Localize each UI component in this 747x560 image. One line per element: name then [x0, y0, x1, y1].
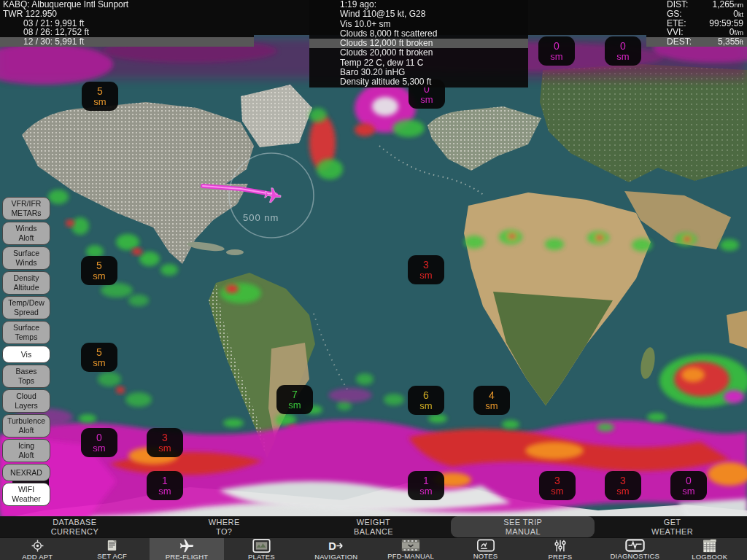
sidebar-item-label: Aloft [3, 426, 50, 435]
vis-badge[interactable]: 0sm [81, 428, 117, 457]
sidebar-item-label: Tops [3, 376, 50, 386]
sidebar-item-label: Aloft [3, 451, 50, 460]
tool-set-acf[interactable]: SET ACF [74, 538, 149, 560]
app-root: 500 nm 5sm0sm0sm0sm5sm3sm5sm7sm6sm4sm0sm… [0, 0, 747, 560]
sidebar-item-label: Layers [3, 401, 50, 411]
vis-badge[interactable]: 7sm [276, 385, 313, 414]
vis-badge-unit: sm [551, 486, 563, 496]
nav-value-unit: f/m [735, 29, 744, 36]
tool-notes[interactable]: NOTES [448, 538, 522, 560]
action-where-to[interactable]: WHERETO? [152, 516, 296, 537]
nav-row: DIST:1,265nm [646, 0, 747, 9]
vis-badge[interactable]: 3sm [147, 428, 183, 457]
tool-pre-flight[interactable]: PRE-FLIGHT [150, 538, 224, 560]
vis-badge[interactable]: 6sm [408, 386, 444, 415]
tool-prefs[interactable]: PREFS [523, 538, 597, 560]
vis-badge-value: 5 [96, 347, 102, 357]
action-see-trip-manual[interactable]: SEE TRIPMANUAL [451, 516, 595, 537]
vis-badge[interactable]: 0sm [605, 36, 641, 66]
vis-badge[interactable]: 0sm [670, 471, 707, 500]
sliders-icon [554, 539, 567, 553]
sidebar-item-nexrad[interactable]: NEXRAD [2, 464, 50, 481]
action-label: WEATHER [651, 527, 693, 536]
nav-value-unit: nm [734, 1, 743, 9]
sidebar-item-vis[interactable]: Vis [2, 346, 50, 363]
vis-badge-unit: sm [682, 486, 694, 496]
nav-label: DIST: [667, 0, 688, 9]
action-weight-balance[interactable]: WEIGHTBALANCE [302, 516, 446, 537]
airplane-icon [179, 539, 195, 553]
sidebar-item-wifi-weather[interactable]: WIFIWeather [2, 483, 50, 506]
handbook-icon [106, 539, 118, 552]
tool-navigation[interactable]: DNAVIGATION [299, 538, 374, 560]
vis-badge-unit: sm [419, 486, 432, 496]
vis-badge[interactable]: 4sm [473, 386, 510, 415]
tool-logbook[interactable]: LOGBOOK [673, 538, 747, 560]
action-bar: DATABASECURRENCYWHERETO?WEIGHTBALANCESEE… [0, 516, 747, 537]
vis-badge-unit: sm [419, 271, 432, 280]
vis-badge[interactable]: 3sm [605, 471, 641, 500]
sidebar-item-cloud-layers[interactable]: CloudLayers [2, 389, 50, 413]
nav-value-number: 5,355 [718, 36, 740, 47]
vis-badge-value: 0 [686, 475, 692, 486]
tool-label: ADD APT [22, 553, 53, 560]
action-label: WEIGHT [357, 518, 390, 526]
nav-data-panel: DIST:1,265nmGS:0ktETE:99:59:59VVI:0f/mDE… [646, 0, 747, 47]
metar-row: 1:19 ago: [309, 0, 528, 9]
nav-row: DEST:5,355ft [646, 37, 747, 47]
tool-label: NAVIGATION [314, 553, 357, 560]
action-get-weather[interactable]: GETWEATHER [600, 516, 744, 537]
sidebar-item-label: Bases [3, 367, 50, 376]
nav-value-unit: ft [740, 39, 743, 46]
vis-badge[interactable]: 1sm [147, 471, 183, 500]
sidebar-item-vfr-ifr-metars[interactable]: VFR/IFRMETARs [2, 197, 50, 220]
vis-badge[interactable]: 1sm [408, 471, 444, 500]
sidebar-item-icing-aloft[interactable]: IcingAloft [2, 439, 50, 462]
tool-pfd-manual[interactable]: PFD-MANUAL [374, 538, 448, 560]
sidebar-item-density-altitude[interactable]: DensityAltitude [2, 271, 50, 295]
sidebar-item-surface-winds[interactable]: SurfaceWinds [2, 246, 50, 270]
vis-badge[interactable]: 5sm [82, 82, 118, 111]
sidebar-item-label: Weather [3, 494, 50, 504]
sidebar-item-surface-temps[interactable]: SurfaceTemps [2, 321, 50, 344]
vis-badge[interactable]: 3sm [408, 255, 444, 284]
vis-badge[interactable]: 5sm [81, 343, 117, 372]
vis-badge-unit: sm [485, 401, 498, 411]
vis-badge-value: 3 [554, 475, 560, 486]
action-label: SEE TRIP [503, 518, 542, 526]
tool-plates[interactable]: PLATES [224, 538, 298, 560]
sidebar-item-label: Cloud [3, 392, 50, 401]
action-database-currency[interactable]: DATABASECURRENCY [3, 516, 147, 537]
vis-badge-unit: sm [420, 95, 433, 104]
action-label: DATABASE [53, 518, 96, 526]
nav-label: GS: [667, 9, 682, 19]
sidebar-item-winds-aloft[interactable]: WindsAloft [2, 222, 50, 245]
vis-badge[interactable]: 5sm [81, 256, 117, 285]
sidebar-item-label: Surface [3, 323, 50, 332]
logbook-icon [702, 539, 718, 553]
vis-badge-unit: sm [616, 52, 629, 61]
runway-row: 12 / 30: 5,991 ft [0, 37, 254, 47]
tool-add-apt[interactable]: ADD APT [0, 538, 74, 560]
vis-badge-unit: sm [550, 52, 562, 61]
tool-diagnostics[interactable]: DIAGNOSTICS [597, 538, 672, 560]
sidebar-item-label: NEXRAD [3, 468, 50, 478]
action-label: TO? [216, 527, 232, 536]
vis-badge-value: 3 [423, 260, 429, 270]
sidebar-item-label: Winds [3, 258, 50, 268]
sidebar-item-label: METARs [3, 209, 50, 218]
metar-row: Baro 30.20 inHG [309, 68, 528, 77]
action-label: WHERE [209, 518, 240, 526]
sidebar-item-turbulence-aloft[interactable]: TurbulenceAloft [2, 414, 50, 438]
vis-badge-value: 3 [162, 432, 168, 443]
sidebar-item-label: Icing [3, 441, 50, 451]
metar-row: Clouds 8,000 ft scattered [309, 29, 528, 39]
vis-badge-value: 0 [620, 41, 626, 51]
vis-badge-unit: sm [93, 97, 106, 106]
sidebar-item-bases-tops[interactable]: BasesTops [2, 365, 50, 388]
sidebar-item-temp-dew-spread[interactable]: Temp/DewSpread [2, 296, 50, 319]
vis-badge[interactable]: 3sm [539, 471, 576, 500]
sidebar-item-label: Aloft [3, 233, 50, 243]
plate-icon [252, 539, 271, 553]
vis-badge[interactable]: 0sm [538, 36, 575, 66]
